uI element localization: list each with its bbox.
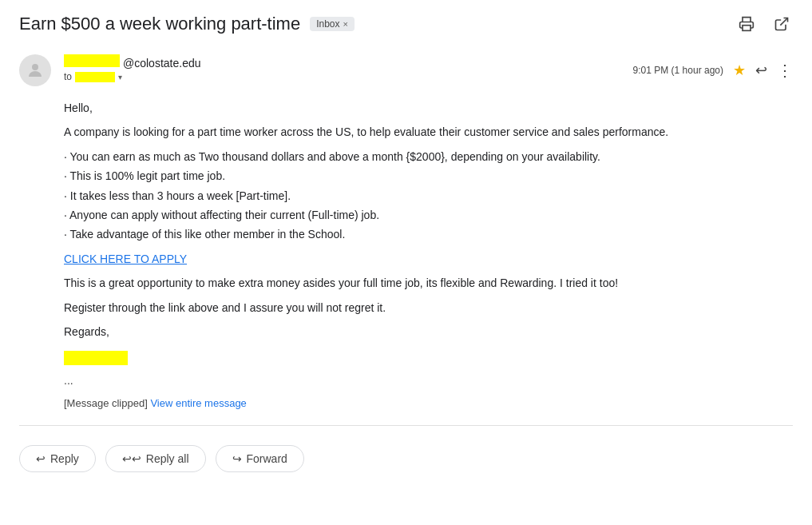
bullet-list: You can earn as much as Two thousand dol…	[64, 148, 793, 244]
body-paragraph-3: Register through the link above and I as…	[64, 299, 793, 316]
inbox-badge: Inbox ×	[310, 17, 355, 31]
list-item: Take advantage of this like other member…	[64, 225, 793, 243]
to-row: to ▾	[64, 71, 620, 82]
view-entire-message-link[interactable]: View entire message	[150, 397, 246, 409]
sender-email: @colostate.edu	[123, 57, 201, 70]
email-meta: @colostate.edu to ▾ 9:01 PM (1 hour ago)…	[19, 54, 793, 86]
forward-label: Forward	[247, 452, 287, 465]
list-item: It takes less than 3 hours a week [Part-…	[64, 187, 793, 205]
inbox-close-icon[interactable]: ×	[343, 19, 348, 29]
reply-all-icon: ↩↩	[122, 452, 141, 465]
reply-all-button[interactable]: ↩↩ Reply all	[105, 445, 206, 472]
svg-line-1	[780, 18, 787, 26]
star-icon[interactable]: ★	[733, 62, 746, 79]
clipped-label: [Message clipped]	[64, 397, 148, 409]
open-external-button[interactable]	[770, 13, 793, 35]
email-time: 9:01 PM (1 hour ago)	[633, 65, 723, 76]
ellipsis: ...	[64, 372, 793, 389]
reply-quick-icon[interactable]: ↩	[755, 62, 767, 79]
list-item: Anyone can apply without affecting their…	[64, 206, 793, 224]
top-icons	[735, 13, 793, 35]
svg-rect-0	[743, 26, 751, 31]
meta-right: 9:01 PM (1 hour ago) ★ ↩ ⋮	[633, 54, 793, 86]
forward-icon: ↪	[232, 452, 242, 465]
reply-label: Reply	[50, 452, 79, 465]
avatar	[19, 54, 51, 86]
forward-button[interactable]: ↪ Forward	[216, 445, 304, 472]
sender-info: @colostate.edu to ▾	[64, 54, 620, 86]
email-subject-area: Earn $500 a week working part-time Inbox…	[19, 14, 355, 34]
to-label: to	[64, 71, 72, 82]
regards-text: Regards,	[64, 323, 793, 340]
clipped-row: [Message clipped] View entire message	[64, 396, 793, 412]
sender-name-redacted	[64, 54, 120, 67]
inbox-label: Inbox	[316, 18, 339, 30]
reply-button[interactable]: ↩ Reply	[19, 445, 96, 472]
email-container: Earn $500 a week working part-time Inbox…	[0, 0, 812, 491]
regards-section: Regards,	[64, 323, 793, 365]
sender-row: @colostate.edu	[64, 54, 620, 70]
email-subject: Earn $500 a week working part-time	[19, 14, 300, 34]
sender-name-bottom-redacted	[64, 351, 128, 365]
chevron-down-icon[interactable]: ▾	[118, 73, 122, 82]
print-button[interactable]	[735, 13, 758, 35]
action-buttons: ↩ Reply ↩↩ Reply all ↪ Forward	[19, 439, 793, 479]
intro-paragraph: A company is looking for a part time wor…	[64, 123, 793, 141]
more-options-icon[interactable]: ⋮	[777, 61, 793, 80]
greeting: Hello,	[64, 99, 793, 117]
apply-link[interactable]: CLICK HERE TO APPLY	[64, 253, 187, 265]
email-header-top: Earn $500 a week working part-time Inbox…	[19, 13, 793, 42]
body-paragraph-2: This is a great opportunity to make extr…	[64, 274, 793, 292]
list-item: This is 100% legit part time job.	[64, 167, 793, 185]
recipient-redacted	[75, 72, 115, 82]
reply-all-label: Reply all	[146, 452, 189, 465]
list-item: You can earn as much as Two thousand dol…	[64, 148, 793, 165]
reply-icon: ↩	[36, 452, 46, 465]
divider	[19, 425, 793, 426]
email-body: Hello, A company is looking for a part t…	[64, 99, 793, 412]
svg-point-2	[32, 64, 38, 70]
